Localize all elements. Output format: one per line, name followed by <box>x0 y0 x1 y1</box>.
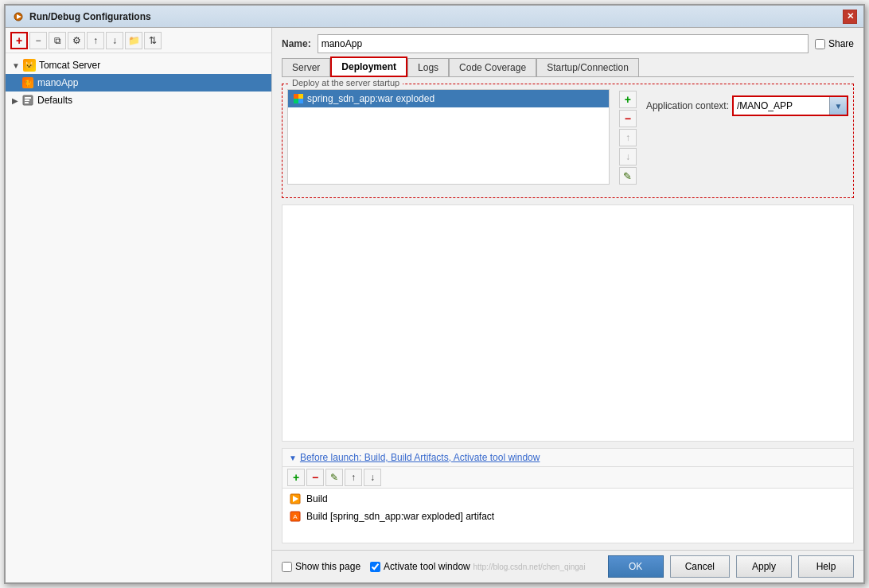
mano-app-label: manoApp <box>37 77 78 88</box>
svg-rect-5 <box>25 102 29 103</box>
context-combo: ▼ <box>732 95 848 116</box>
tabs-container: Server Deployment Logs Code Coverage Sta… <box>272 56 863 77</box>
title-bar-left: Run/Debug Configurations <box>12 10 151 23</box>
tab-logs[interactable]: Logs <box>407 58 449 77</box>
name-area: Name: Share <box>272 28 863 56</box>
tomcat-server-label: Tomcat Server <box>39 60 100 71</box>
tab-code-coverage[interactable]: Code Coverage <box>449 58 536 77</box>
context-input[interactable] <box>734 97 829 115</box>
before-launch-toolbar: + − ✎ ↑ ↓ <box>283 467 853 489</box>
tree-item-mano-app[interactable]: 🐈 manoApp <box>6 74 271 92</box>
share-row: Share <box>815 38 854 49</box>
sort-button[interactable]: ⇅ <box>144 32 162 49</box>
activate-tool-checkbox[interactable] <box>370 562 380 572</box>
tab-server[interactable]: Server <box>282 58 330 77</box>
activate-tool-row: Activate tool window <box>370 561 470 572</box>
svg-rect-7 <box>298 94 303 99</box>
launch-edit-button[interactable]: ✎ <box>325 469 343 486</box>
defaults-icon <box>21 94 34 107</box>
empty-deploy-area <box>282 204 854 442</box>
svg-rect-8 <box>294 99 298 103</box>
title-bar: Run/Debug Configurations ✕ <box>6 6 863 28</box>
launch-item-artifact-label: Build [spring_sdn_app:war exploded] arti… <box>306 511 494 522</box>
left-toolbar: + − ⧉ ⚙ ↑ ↓ 📁 ⇅ <box>6 28 271 53</box>
deploy-section-label: Deploy at the server startup <box>289 78 403 88</box>
share-checkbox[interactable] <box>815 39 825 49</box>
cancel-button[interactable]: Cancel <box>670 555 730 578</box>
defaults-label: Defaults <box>37 95 72 106</box>
before-launch-section: ▼ Before launch: Build, Build Artifacts,… <box>282 448 854 543</box>
launch-item-build-artifact[interactable]: A Build [spring_sdn_app:war exploded] ar… <box>283 508 853 525</box>
right-main: Name: Share Server Deployment Logs Code … <box>272 28 863 582</box>
tab-content-area: Deploy at the server startup <box>272 77 863 550</box>
war-icon <box>293 93 304 104</box>
bottom-left: Show this page Activate tool window <box>282 561 470 572</box>
expand-arrow-tomcat: ▼ <box>12 61 20 70</box>
show-page-row: Show this page <box>282 561 360 572</box>
ok-button[interactable]: OK <box>608 555 664 578</box>
launch-add-button[interactable]: + <box>287 469 305 486</box>
expand-arrow-defaults: ▶ <box>12 96 18 105</box>
deployment-top: spring_sdn_app:war exploded + − ↑ ↓ ✎ <box>287 89 848 186</box>
share-label: Share <box>828 38 854 49</box>
context-area: Application context: ▼ <box>646 89 848 116</box>
help-button[interactable]: Help <box>798 555 854 578</box>
svg-rect-9 <box>298 99 303 103</box>
deploy-side-buttons: + − ↑ ↓ ✎ <box>616 89 640 186</box>
tomcat-server-icon: 🐱 <box>23 59 36 72</box>
run-debug-configurations-dialog: Run/Debug Configurations ✕ + − ⧉ ⚙ ↑ ↓ 📁… <box>4 4 865 584</box>
launch-item-build[interactable]: Build <box>283 490 853 508</box>
deploy-section: Deploy at the server startup <box>282 84 854 198</box>
deploy-remove-button[interactable]: − <box>619 110 637 127</box>
context-dropdown-button[interactable]: ▼ <box>829 97 847 115</box>
show-page-label: Show this page <box>295 561 360 572</box>
move-up-button[interactable]: ↑ <box>87 32 104 49</box>
tree-item-tomcat-server[interactable]: ▼ 🐱 Tomcat Server <box>6 56 271 74</box>
build-icon <box>289 493 302 505</box>
svg-rect-6 <box>294 94 298 99</box>
tabs-row: Server Deployment Logs Code Coverage Sta… <box>282 56 854 77</box>
folder-button[interactable]: 📁 <box>125 32 142 49</box>
launch-down-button[interactable]: ↓ <box>364 469 381 486</box>
svg-text:A: A <box>293 513 298 520</box>
svg-rect-4 <box>25 99 29 101</box>
dialog-icon <box>12 10 25 23</box>
add-configuration-button[interactable]: + <box>10 32 28 49</box>
deploy-edit-button[interactable]: ✎ <box>619 167 637 185</box>
remove-configuration-button[interactable]: − <box>29 32 47 49</box>
left-panel: + − ⧉ ⚙ ↑ ↓ 📁 ⇅ ▼ 🐱 Tomcat Server 🐈 <box>6 28 272 582</box>
deploy-add-button[interactable]: + <box>619 91 637 108</box>
mano-app-icon: 🐈 <box>21 76 34 89</box>
tab-startup-connection[interactable]: Startup/Connection <box>536 58 639 77</box>
deploy-list-wrapper: spring_sdn_app:war exploded <box>287 89 610 185</box>
tab-deployment[interactable]: Deployment <box>330 56 407 77</box>
build-artifact-icon: A <box>289 510 302 523</box>
show-page-checkbox[interactable] <box>282 562 292 572</box>
deploy-list-area: spring_sdn_app:war exploded <box>287 89 610 185</box>
configuration-tree: ▼ 🐱 Tomcat Server 🐈 manoApp ▶ <box>6 53 271 582</box>
svg-rect-3 <box>25 97 31 99</box>
settings-button[interactable]: ⚙ <box>68 32 85 49</box>
launch-remove-button[interactable]: − <box>306 469 324 486</box>
bottom-buttons: http://blog.csdn.net/chen_qingai OK Canc… <box>473 555 854 578</box>
deploy-item-war[interactable]: spring_sdn_app:war exploded <box>288 90 609 107</box>
dialog-content: + − ⧉ ⚙ ↑ ↓ 📁 ⇅ ▼ 🐱 Tomcat Server 🐈 <box>6 28 863 582</box>
before-launch-header: ▼ Before launch: Build, Build Artifacts,… <box>283 449 853 467</box>
launch-item-build-label: Build <box>306 493 328 504</box>
name-label: Name: <box>282 38 311 49</box>
before-launch-title[interactable]: Before launch: Build, Build Artifacts, A… <box>300 452 540 463</box>
launch-up-button[interactable]: ↑ <box>345 469 362 486</box>
watermark-text: http://blog.csdn.net/chen_qingai <box>473 563 585 571</box>
deploy-down-button[interactable]: ↓ <box>619 148 637 165</box>
deploy-up-button[interactable]: ↑ <box>619 129 637 146</box>
name-input[interactable] <box>318 34 809 53</box>
context-label: Application context: <box>646 100 729 111</box>
copy-configuration-button[interactable]: ⧉ <box>49 32 66 49</box>
move-down-button[interactable]: ↓ <box>106 32 123 49</box>
tree-item-defaults[interactable]: ▶ Defaults <box>6 92 271 109</box>
before-launch-list: Build A Build [spring_sdn_app:war explod… <box>283 489 853 543</box>
activate-tool-label: Activate tool window <box>384 561 470 572</box>
before-launch-expand-arrow[interactable]: ▼ <box>289 454 297 462</box>
close-button[interactable]: ✕ <box>843 10 857 24</box>
apply-button[interactable]: Apply <box>736 555 792 578</box>
